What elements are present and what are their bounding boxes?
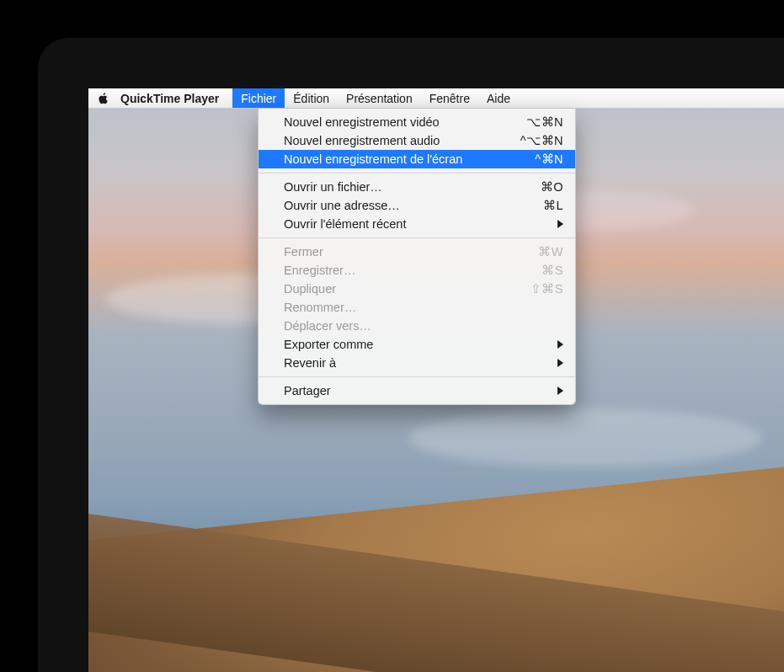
menuitem-label: Revenir à bbox=[284, 356, 336, 370]
menuitem-shortcut: ⌥⌘N bbox=[526, 115, 563, 129]
menuitem-label: Nouvel enregistrement vidéo bbox=[284, 115, 440, 129]
menuitem-duplicate: Dupliquer ⇧⌘S bbox=[259, 280, 575, 298]
menuitem-export-as[interactable]: Exporter comme bbox=[259, 335, 575, 354]
menuitem-label: Ouvrir une adresse… bbox=[284, 199, 400, 212]
menuitem-share[interactable]: Partager bbox=[259, 381, 575, 400]
menu-edition[interactable]: Édition bbox=[285, 88, 338, 108]
desktop-screen: QuickTime Player Fichier Édition Présent… bbox=[88, 88, 784, 672]
menuitem-shortcut: ⌘W bbox=[538, 245, 563, 259]
menuitem-revert-to[interactable]: Revenir à bbox=[259, 354, 575, 372]
submenu-arrow-icon bbox=[557, 387, 563, 395]
menuitem-label: Partager bbox=[284, 384, 331, 397]
menuitem-label: Fermer bbox=[284, 245, 323, 259]
menu-fenetre[interactable]: Fenêtre bbox=[421, 88, 478, 108]
menuitem-shortcut: ^⌥⌘N bbox=[520, 134, 563, 147]
menu-fichier[interactable]: Fichier bbox=[232, 88, 285, 108]
menuitem-move-to: Déplacer vers… bbox=[259, 317, 575, 335]
menuitem-shortcut: ⇧⌘S bbox=[531, 282, 563, 296]
menuitem-shortcut: ⌘S bbox=[541, 264, 563, 277]
submenu-arrow-icon bbox=[557, 340, 563, 349]
app-name[interactable]: QuickTime Player bbox=[120, 92, 219, 105]
menuitem-save: Enregistrer… ⌘S bbox=[259, 261, 575, 280]
menu-presentation[interactable]: Présentation bbox=[338, 88, 421, 108]
menuitem-new-video-recording[interactable]: Nouvel enregistrement vidéo ⌥⌘N bbox=[259, 113, 575, 131]
menuitem-open-file[interactable]: Ouvrir un fichier… ⌘O bbox=[259, 178, 575, 196]
file-menu-dropdown: Nouvel enregistrement vidéo ⌥⌘N Nouvel e… bbox=[258, 109, 576, 405]
menuitem-shortcut: ^⌘N bbox=[535, 152, 563, 166]
menuitem-label: Enregistrer… bbox=[284, 264, 355, 277]
menu-bar: QuickTime Player Fichier Édition Présent… bbox=[88, 88, 784, 109]
apple-menu-icon[interactable] bbox=[97, 92, 110, 105]
device-bezel-inner: QuickTime Player Fichier Édition Présent… bbox=[38, 38, 784, 672]
menuitem-label: Déplacer vers… bbox=[284, 319, 371, 333]
wallpaper-cloud bbox=[408, 408, 762, 467]
menuitem-close: Fermer ⌘W bbox=[259, 243, 575, 261]
device-bezel: QuickTime Player Fichier Édition Présent… bbox=[0, 0, 784, 672]
menuitem-shortcut: ⌘L bbox=[543, 199, 563, 212]
menuitem-label: Exporter comme bbox=[284, 338, 373, 351]
menu-separator bbox=[259, 237, 575, 238]
menuitem-label: Ouvrir un fichier… bbox=[284, 180, 382, 194]
submenu-arrow-icon bbox=[557, 220, 563, 228]
menuitem-label: Ouvrir l'élément récent bbox=[284, 217, 406, 231]
submenu-arrow-icon bbox=[557, 359, 563, 367]
menuitem-rename: Renommer… bbox=[259, 298, 575, 317]
menu-separator bbox=[259, 173, 575, 173]
menuitem-label: Renommer… bbox=[284, 301, 356, 314]
menuitem-new-screen-recording[interactable]: Nouvel enregistrement de l'écran ^⌘N bbox=[259, 150, 575, 168]
menuitem-open-recent[interactable]: Ouvrir l'élément récent bbox=[259, 215, 575, 233]
menu-aide[interactable]: Aide bbox=[478, 88, 519, 108]
menu-separator bbox=[259, 376, 575, 377]
menuitem-shortcut: ⌘O bbox=[541, 180, 563, 194]
menuitem-label: Nouvel enregistrement audio bbox=[284, 134, 440, 147]
menuitem-open-location[interactable]: Ouvrir une adresse… ⌘L bbox=[259, 196, 575, 215]
menuitem-label: Dupliquer bbox=[284, 282, 336, 296]
menuitem-new-audio-recording[interactable]: Nouvel enregistrement audio ^⌥⌘N bbox=[259, 131, 575, 150]
menuitem-label: Nouvel enregistrement de l'écran bbox=[284, 152, 462, 166]
